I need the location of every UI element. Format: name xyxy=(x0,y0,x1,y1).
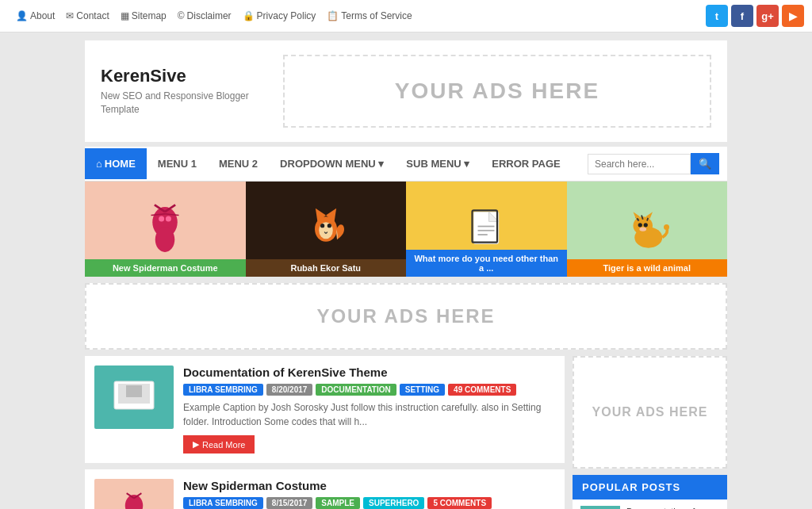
sitemap-link[interactable]: ▦ Sitemap xyxy=(121,10,167,21)
disclaimer-link[interactable]: © Disclaimer xyxy=(178,10,232,21)
post-thumb-img-2 xyxy=(110,491,158,509)
svg-point-1 xyxy=(155,227,175,252)
search-button[interactable]: 🔍 xyxy=(691,153,719,174)
post-thumb-1 xyxy=(94,365,174,429)
social-links: t f g+ ▶ xyxy=(706,5,804,27)
post-tags-2: LIBRA SEMBRING 8/15/2017 SAMPLE SUPERHER… xyxy=(183,497,555,509)
slide-2-caption: Rubah Ekor Satu xyxy=(246,259,407,277)
home-icon: ⌂ xyxy=(96,158,102,170)
svg-rect-14 xyxy=(474,212,500,243)
featured-slider: New Spiderman Costume Rubah Ekor Satu xyxy=(85,182,727,277)
twitter-button[interactable]: t xyxy=(706,5,728,27)
post-title-2: New Spiderman Costume xyxy=(183,479,555,492)
tag-comments-2[interactable]: 5 COMMENTS xyxy=(427,497,492,509)
post-tags-1: LIBRA SEMBRING 8/20/2017 DOCUMENTATION S… xyxy=(183,384,555,396)
post-title-1: Documentation of KerenSive Theme xyxy=(183,365,555,379)
topbar: 👤 About ✉ Contact ▦ Sitemap © Disclaimer… xyxy=(0,0,812,33)
content-area: Documentation of KerenSive Theme LIBRA S… xyxy=(85,356,727,509)
post-card-1: Documentation of KerenSive Theme LIBRA S… xyxy=(85,356,565,463)
tag-setting-1[interactable]: SETTING xyxy=(400,384,445,396)
nav-submenu[interactable]: SUB MENU ▾ xyxy=(395,148,481,179)
post-card-2: New Spiderman Costume LIBRA SEMBRING 8/1… xyxy=(85,469,565,509)
svg-point-25 xyxy=(643,223,647,227)
nav-menu2[interactable]: MENU 2 xyxy=(208,148,269,179)
envelope-icon: ✉ xyxy=(66,10,74,21)
main-content: Documentation of KerenSive Theme LIBRA S… xyxy=(85,356,565,509)
sidebar: YOUR ADS HERE POPULAR POSTS Documentatio… xyxy=(573,356,727,509)
terms-icon: 📋 xyxy=(327,10,339,21)
navbar: ⌂ HOME MENU 1 MENU 2 DROPDOWN MENU ▾ SUB… xyxy=(85,147,727,182)
middle-ad-banner: YOUR ADS HERE xyxy=(85,283,727,350)
chevron-right-icon: ▶ xyxy=(193,439,199,450)
svg-point-26 xyxy=(639,227,646,231)
popular-item-title-1: Documentation of KerenSive Theme xyxy=(626,506,719,509)
site-description: New SEO and Responsive Blogger Template xyxy=(101,90,259,117)
privacy-link[interactable]: 🔒 Privacy Policy xyxy=(243,10,316,21)
tag-date-2[interactable]: 8/15/2017 xyxy=(266,497,313,509)
slide-1[interactable]: New Spiderman Costume xyxy=(85,182,246,277)
tag-author-2[interactable]: LIBRA SEMBRING xyxy=(183,497,263,509)
disclaimer-icon: © xyxy=(178,10,185,21)
post-thumb-img-1 xyxy=(110,377,158,417)
spiderman-icon xyxy=(137,201,193,257)
slide-4[interactable]: Tiger is a wild animal xyxy=(567,182,728,277)
document-icon xyxy=(458,201,514,257)
svg-point-7 xyxy=(166,216,171,221)
svg-point-29 xyxy=(664,224,669,230)
facebook-button[interactable]: f xyxy=(731,5,753,27)
post-thumb-2 xyxy=(94,479,174,509)
post-meta-2: New Spiderman Costume LIBRA SEMBRING 8/1… xyxy=(183,479,555,509)
popular-item-1[interactable]: Documentation of KerenSive Theme xyxy=(573,499,727,509)
site-header: KerenSive New SEO and Responsive Blogger… xyxy=(85,40,727,142)
slide-3[interactable]: What more do you need other than a ... xyxy=(406,182,567,277)
tag-category-1[interactable]: DOCUMENTATION xyxy=(316,384,396,396)
tiger-icon xyxy=(619,201,675,257)
site-branding: KerenSive New SEO and Responsive Blogger… xyxy=(101,66,259,117)
nav-error[interactable]: ERROR PAGE xyxy=(481,148,571,179)
svg-point-33 xyxy=(125,495,144,509)
popular-posts-widget: POPULAR POSTS Documentation of KerenSive… xyxy=(573,475,727,509)
search-form: 🔍 xyxy=(580,147,727,181)
sitemap-icon: ▦ xyxy=(121,10,129,21)
post-meta-1: Documentation of KerenSive Theme LIBRA S… xyxy=(183,365,555,454)
rss-button[interactable]: ▶ xyxy=(782,5,804,27)
svg-point-6 xyxy=(159,216,164,221)
tag-date-1[interactable]: 8/20/2017 xyxy=(266,384,313,396)
nav-menu1[interactable]: MENU 1 xyxy=(147,148,208,179)
main-wrapper: KerenSive New SEO and Responsive Blogger… xyxy=(85,33,727,509)
popular-posts-title: POPULAR POSTS xyxy=(573,475,727,499)
tag-author-1[interactable]: LIBRA SEMBRING xyxy=(183,384,263,396)
topbar-nav: 👤 About ✉ Contact ▦ Sitemap © Disclaimer… xyxy=(16,10,412,21)
tag-sample-2[interactable]: SAMPLE xyxy=(316,497,360,509)
search-input[interactable] xyxy=(588,154,691,174)
slide-2[interactable]: Rubah Ekor Satu xyxy=(246,182,407,277)
popular-thumb-1 xyxy=(580,506,620,509)
site-title: KerenSive xyxy=(101,66,259,86)
slide-4-caption: Tiger is a wild animal xyxy=(567,259,728,277)
slide-1-caption: New Spiderman Costume xyxy=(85,259,246,277)
nav-home[interactable]: ⌂ HOME xyxy=(85,148,147,179)
post-excerpt-1: Example Caption by Josh Sorosky Just fol… xyxy=(183,400,555,429)
slide-3-caption: What more do you need other than a ... xyxy=(406,250,567,277)
sidebar-ad-banner: YOUR ADS HERE xyxy=(573,356,727,469)
tag-comments-1[interactable]: 49 COMMENTS xyxy=(448,384,516,396)
read-more-1[interactable]: ▶ Read More xyxy=(183,435,255,454)
fox-icon xyxy=(298,201,354,257)
svg-rect-32 xyxy=(126,385,142,397)
svg-point-24 xyxy=(638,223,642,227)
tag-superhero-2[interactable]: SUPERHERO xyxy=(363,497,424,509)
person-icon: 👤 xyxy=(16,10,28,21)
nav-dropdown[interactable]: DROPDOWN MENU ▾ xyxy=(269,148,395,179)
svg-point-12 xyxy=(320,224,324,228)
svg-point-13 xyxy=(327,224,331,228)
contact-link[interactable]: ✉ Contact xyxy=(66,10,109,21)
header-ad-banner: YOUR ADS HERE xyxy=(283,55,711,128)
tos-link[interactable]: 📋 Terms of Service xyxy=(327,10,412,21)
lock-icon: 🔒 xyxy=(243,10,255,21)
about-link[interactable]: 👤 About xyxy=(16,10,55,21)
gplus-button[interactable]: g+ xyxy=(756,5,779,27)
